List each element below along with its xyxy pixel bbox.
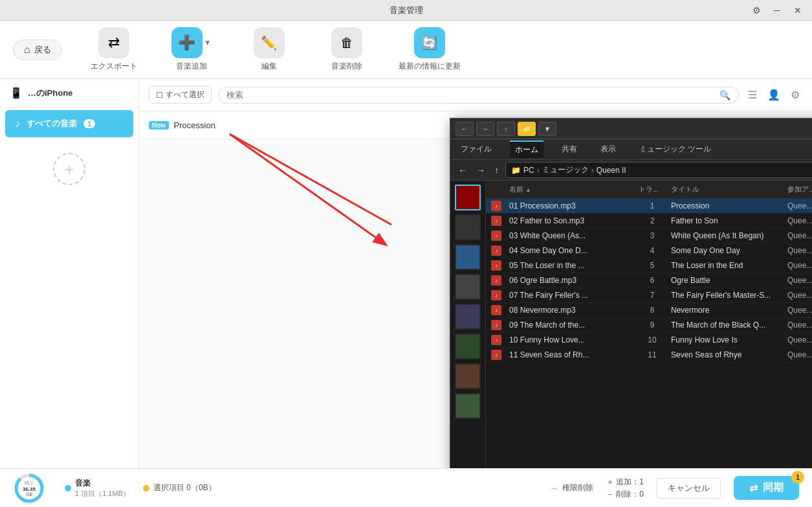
file-title: Nevermore	[668, 306, 785, 315]
table-row[interactable]: ♪ 01 Procession.mp3 1 Procession Quee...	[486, 199, 812, 214]
svg-line-2	[230, 134, 391, 225]
fe-back-btn[interactable]: ←	[455, 122, 474, 136]
table-row[interactable]: ♪ 10 Funny How Love... 10 Funny How Love…	[486, 333, 812, 348]
minimize-btn[interactable]: ─	[768, 3, 786, 18]
track-num: 2	[636, 216, 668, 225]
delete-action[interactable]: 🗑 音楽削除	[321, 27, 373, 72]
table-row[interactable]: ♪ 04 Some Day One D... 4 Some Day One Da…	[486, 243, 812, 258]
file-artist: Quee...	[785, 321, 812, 330]
svg-line-1	[230, 134, 385, 244]
file-artist: Quee...	[785, 335, 812, 344]
export-action[interactable]: ⇄ エクスポート	[88, 27, 140, 72]
table-row[interactable]: ♪ 09 The March of the... 9 The March of …	[486, 318, 812, 333]
delete-stat: → 権限削除	[549, 482, 593, 493]
file-title: Ogre Battle	[668, 276, 785, 285]
sync-button[interactable]: ⇄ 同期	[734, 476, 799, 500]
fe-thumb-3[interactable]	[455, 244, 481, 270]
refresh-action[interactable]: 🔄 最新の情報に更新	[399, 27, 461, 72]
file-name: 10 Funny How Love...	[507, 335, 636, 344]
fe-thumb-2[interactable]	[455, 214, 481, 240]
ribbon-tab-home[interactable]: ホーム	[510, 141, 543, 158]
music-label: 音楽	[75, 478, 130, 489]
add-icon-wrap: ➕	[171, 27, 203, 58]
address-path[interactable]: 📁 PC › ミュージック › Queen II	[505, 162, 812, 178]
refresh-icon-wrap: 🔄	[414, 27, 445, 58]
track-num: 7	[636, 291, 668, 300]
path-sep-2: ›	[591, 166, 594, 175]
fe-nav-back[interactable]: ←	[455, 164, 470, 177]
sort-arrow: ▲	[525, 186, 531, 193]
ribbon-tab-music-tools[interactable]: ミュージック ツール	[634, 141, 716, 157]
remove-count: － 削除：0	[606, 489, 644, 500]
footer-stats: 音楽 1 項目（1.1MB） 選択項目 0（0B）	[65, 478, 216, 499]
fe-left-panel	[450, 181, 486, 481]
table-row[interactable]: ♪ 07 The Fairy Feller's ... 7 The Fairy …	[486, 288, 812, 303]
cancel-button[interactable]: キャンセル	[657, 478, 721, 499]
fe-thumb-7[interactable]	[455, 363, 481, 389]
fe-thumb-6[interactable]	[455, 333, 481, 359]
col-title[interactable]: タイトル	[668, 183, 785, 196]
table-row[interactable]: ♪ 08 Nevermore.mp3 8 Nevermore Quee...	[486, 303, 812, 318]
list-view-button[interactable]: ☰	[745, 86, 760, 104]
file-icon: ♪	[491, 260, 501, 271]
file-icon: ♪	[491, 275, 501, 286]
fe-forward-btn[interactable]: →	[476, 122, 494, 136]
fe-nav-up[interactable]: ↑	[492, 164, 501, 177]
fe-nav-forward[interactable]: →	[474, 164, 488, 177]
table-row[interactable]: ♪ 05 The Loser in the ... 5 The Loser in…	[486, 258, 812, 273]
back-label: 戻る	[34, 44, 51, 56]
title-bar: 音楽管理 ⚙ ─ ✕	[0, 0, 812, 21]
fe-thumb-img-2	[456, 216, 479, 239]
settings-btn[interactable]: ⚙	[747, 3, 765, 18]
file-artist: Quee...	[785, 261, 812, 270]
search-input[interactable]	[226, 90, 719, 100]
delete-icon-wrap: 🗑	[331, 27, 362, 58]
back-arrow-icon: ⌂	[24, 44, 30, 56]
ribbon-tab-share[interactable]: 共有	[556, 141, 582, 157]
avatar-button[interactable]: 👤	[765, 86, 783, 104]
select-all-button[interactable]: ☐ すべて選択	[149, 86, 212, 104]
fe-thumb-4[interactable]	[455, 274, 481, 300]
file-title: Father to Son	[668, 216, 785, 225]
add-category-button[interactable]: ＋	[53, 153, 85, 185]
fe-thumb-8[interactable]	[455, 393, 481, 419]
search-icon: 🔍	[719, 90, 730, 100]
fe-column-headers: 名前 ▲ トラ... タイトル 参加ア...	[486, 181, 812, 199]
edit-action[interactable]: ✏️ 編集	[243, 27, 295, 72]
refresh-label: 最新の情報に更新	[399, 61, 461, 72]
fe-body: 名前 ▲ トラ... タイトル 参加ア...	[450, 181, 812, 481]
col-artist[interactable]: 参加ア...	[785, 183, 812, 196]
table-row[interactable]: ♪ 03 White Queen (As... 3 White Queen (A…	[486, 229, 812, 243]
file-title: Funny How Love Is	[668, 335, 785, 344]
fe-up-btn[interactable]: ↑	[497, 122, 515, 136]
file-artist: Quee...	[785, 350, 812, 359]
table-row[interactable]: ♪ 06 Ogre Battle.mp3 6 Ogre Battle Quee.…	[486, 273, 812, 288]
file-name: 02 Father to Son.mp3	[507, 216, 636, 225]
fe-thumb-img-5	[456, 305, 479, 328]
close-btn[interactable]: ✕	[789, 3, 807, 18]
add-action[interactable]: ➕ ▼ 音楽追加	[166, 27, 217, 72]
ribbon-tab-view[interactable]: 表示	[595, 141, 621, 157]
fe-thumb-5[interactable]	[455, 304, 481, 330]
ribbon-tab-file[interactable]: ファイル	[455, 141, 497, 157]
col-track[interactable]: トラ...	[636, 183, 668, 196]
add-label: 音楽追加	[176, 61, 207, 72]
fe-more-btn[interactable]: ▼	[538, 122, 556, 136]
fe-thumb-1[interactable]	[455, 185, 481, 210]
path-music: ミュージック	[542, 164, 589, 175]
col-name[interactable]: 名前 ▲	[507, 183, 636, 196]
col-title-label: タイトル	[671, 185, 699, 194]
back-button[interactable]: ⌂ 戻る	[13, 39, 62, 60]
svg-text:GB: GB	[26, 492, 32, 497]
content-area: 📱 …のiPhone ♪ すべての音楽 1 ＋ ☐ すべて選択	[0, 79, 812, 507]
selected-dot	[143, 485, 149, 491]
settings-view-button[interactable]: ⚙	[788, 86, 802, 104]
file-icon: ♪	[491, 216, 501, 226]
add-count: ＋ 追加：1	[606, 477, 644, 488]
title-bar-title: 音楽管理	[390, 5, 423, 16]
file-name: 06 Ogre Battle.mp3	[507, 276, 636, 285]
select-all-label: すべて選択	[166, 89, 204, 100]
table-row[interactable]: ♪ 02 Father to Son.mp3 2 Father to Son Q…	[486, 214, 812, 229]
table-row[interactable]: ♪ 11 Seven Seas of Rh... 11 Seven Seas o…	[486, 348, 812, 363]
sidebar-item-all-music[interactable]: ♪ すべての音楽 1	[5, 110, 133, 137]
